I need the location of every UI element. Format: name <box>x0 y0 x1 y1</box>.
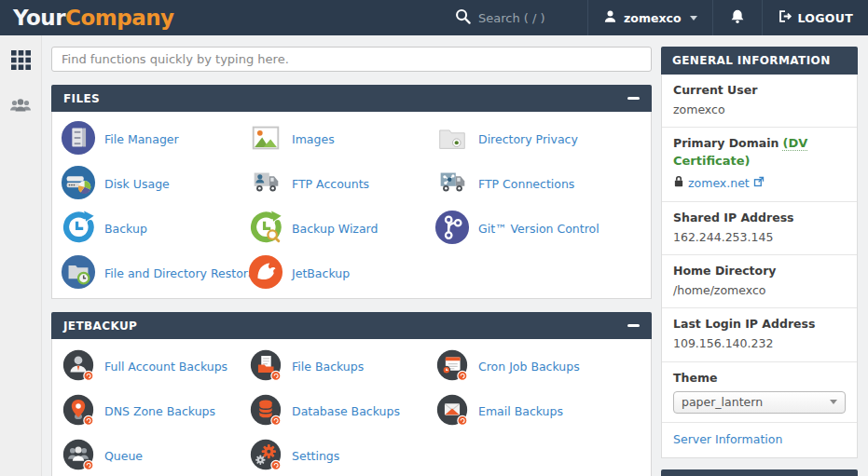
git-version-control-icon <box>434 210 470 248</box>
section-title: FILES <box>63 92 100 105</box>
app-item-backup-wizard[interactable]: Backup Wizard <box>240 206 426 251</box>
disk-usage-icon <box>61 165 96 203</box>
primary-domain-link[interactable]: zomex.net <box>688 175 750 192</box>
backup-icon <box>61 210 96 248</box>
cron-job-backups-icon <box>434 347 470 386</box>
lock-icon <box>673 175 684 193</box>
jetbackup-section-body: Full Account Backups File Backups Cron J… <box>51 339 652 476</box>
app-item-label: Directory Privacy <box>478 132 578 146</box>
app-item-label: JetBackup <box>292 266 350 280</box>
app-item-email-backups[interactable]: Email Backups <box>426 388 651 433</box>
app-item-backup[interactable]: Backup <box>52 206 240 251</box>
app-item-disk-usage[interactable]: Disk Usage <box>52 161 240 206</box>
files-section-header[interactable]: FILES <box>51 85 652 112</box>
settings-icon <box>248 437 283 475</box>
app-item-settings[interactable]: Settings <box>240 433 426 476</box>
statistics-panel: STATISTICS CPU Usage 3 / 100 (3%) <box>661 469 858 476</box>
collapse-icon[interactable] <box>627 324 640 327</box>
top-header-bar: YourCompany zomexco LOGOUT <box>0 0 868 35</box>
current-user-value: zomexco <box>673 102 846 118</box>
home-directory-row: Home Directory /home/zomexco <box>662 255 857 308</box>
app-item-file-and-directory-restoration[interactable]: File and Directory Restoration <box>52 251 240 295</box>
app-item-database-backups[interactable]: Database Backups <box>240 388 426 433</box>
server-information-link[interactable]: Server Information <box>673 432 782 446</box>
images-icon <box>248 120 283 158</box>
external-link-icon <box>753 175 765 193</box>
primary-domain-row: Primary Domain (DV Certificate) zomex.ne… <box>662 128 857 202</box>
app-item-directory-privacy[interactable]: Directory Privacy <box>426 116 651 161</box>
files-section-body: File Manager Images Directory Privacy Di… <box>51 112 652 299</box>
user-menu[interactable]: zomexco <box>588 0 712 35</box>
username-label: zomexco <box>624 11 681 25</box>
select-caret-icon <box>830 400 837 404</box>
full-account-backups-icon <box>61 347 96 386</box>
app-item-ftp-accounts[interactable]: FTP Accounts <box>240 161 426 206</box>
app-item-label: DNS Zone Backups <box>104 404 215 418</box>
header-search[interactable] <box>442 0 587 35</box>
app-item-label: Queue <box>104 449 143 463</box>
file-backups-icon <box>248 347 283 386</box>
last-login-row: Last Login IP Address 109.156.140.232 <box>662 308 857 361</box>
app-item-label: Backup <box>104 222 147 236</box>
statistics-header: STATISTICS <box>661 469 858 476</box>
app-item-jetbackup[interactable]: JetBackup <box>240 251 426 295</box>
database-backups-icon <box>248 392 283 430</box>
app-item-label: Full Account Backups <box>104 360 227 374</box>
logo-text-your: Your <box>13 6 65 30</box>
search-icon <box>455 8 471 27</box>
collapse-icon[interactable] <box>627 97 640 100</box>
file-manager-icon <box>61 120 96 158</box>
app-item-file-backups[interactable]: File Backups <box>240 344 426 388</box>
last-login-value: 109.156.140.232 <box>673 335 846 352</box>
app-item-cron-job-backups[interactable]: Cron Job Backups <box>426 344 651 388</box>
main-content: FILES File Manager Images Directory Priv… <box>42 35 661 476</box>
general-information-header: GENERAL INFORMATION <box>661 47 858 75</box>
header-search-input[interactable] <box>478 11 567 25</box>
logout-button[interactable]: LOGOUT <box>763 0 868 35</box>
app-item-queue[interactable]: Queue <box>52 433 240 476</box>
app-item-label: Settings <box>292 449 339 463</box>
notifications-button[interactable] <box>713 0 762 35</box>
files-section: FILES File Manager Images Directory Priv… <box>51 85 652 299</box>
shared-ip-value: 162.244.253.145 <box>673 229 846 246</box>
bell-icon <box>730 8 745 27</box>
left-icon-rail <box>0 35 42 476</box>
jetbackup-section-header[interactable]: JETBACKUP <box>51 312 652 339</box>
theme-select-value: paper_lantern <box>682 394 763 411</box>
logout-icon <box>778 9 792 26</box>
users-group-icon[interactable] <box>9 97 32 117</box>
right-sidebar: GENERAL INFORMATION Current User zomexco… <box>661 35 868 476</box>
current-user-row: Current User zomexco <box>662 75 857 128</box>
dns-zone-backups-icon <box>61 392 96 430</box>
app-item-git-version-control[interactable]: Git™ Version Control <box>426 206 651 251</box>
app-item-label: File Backups <box>292 360 364 374</box>
ftp-connections-icon <box>434 165 470 203</box>
app-item-label: Disk Usage <box>104 177 170 191</box>
email-backups-icon <box>434 392 470 430</box>
app-item-label: File Manager <box>104 132 179 146</box>
theme-select[interactable]: paper_lantern <box>673 391 846 414</box>
home-directory-label: Home Directory <box>673 263 846 279</box>
quick-find-input[interactable] <box>51 47 652 72</box>
company-logo[interactable]: YourCompany <box>0 6 187 30</box>
logout-label: LOGOUT <box>797 11 853 25</box>
backup-wizard-icon <box>248 210 283 248</box>
app-item-full-account-backups[interactable]: Full Account Backups <box>52 344 240 388</box>
shared-ip-label: Shared IP Address <box>673 210 846 226</box>
app-item-label: FTP Connections <box>478 177 574 191</box>
app-item-label: Cron Job Backups <box>478 360 580 374</box>
app-item-images[interactable]: Images <box>240 116 426 161</box>
chevron-down-icon <box>690 16 697 20</box>
file-directory-restoration-icon <box>61 254 96 292</box>
app-item-dns-zone-backups[interactable]: DNS Zone Backups <box>52 388 240 433</box>
app-item-ftp-connections[interactable]: FTP Connections <box>426 161 651 206</box>
tools-grid-icon[interactable] <box>11 50 31 73</box>
theme-row: Theme paper_lantern <box>662 362 857 423</box>
primary-domain-label: Primary Domain <box>673 136 778 150</box>
shared-ip-row: Shared IP Address 162.244.253.145 <box>662 202 857 255</box>
directory-privacy-icon <box>434 120 470 158</box>
user-icon <box>603 9 617 26</box>
app-item-file-manager[interactable]: File Manager <box>52 116 240 161</box>
last-login-label: Last Login IP Address <box>673 316 846 333</box>
app-item-label: Database Backups <box>292 404 400 418</box>
